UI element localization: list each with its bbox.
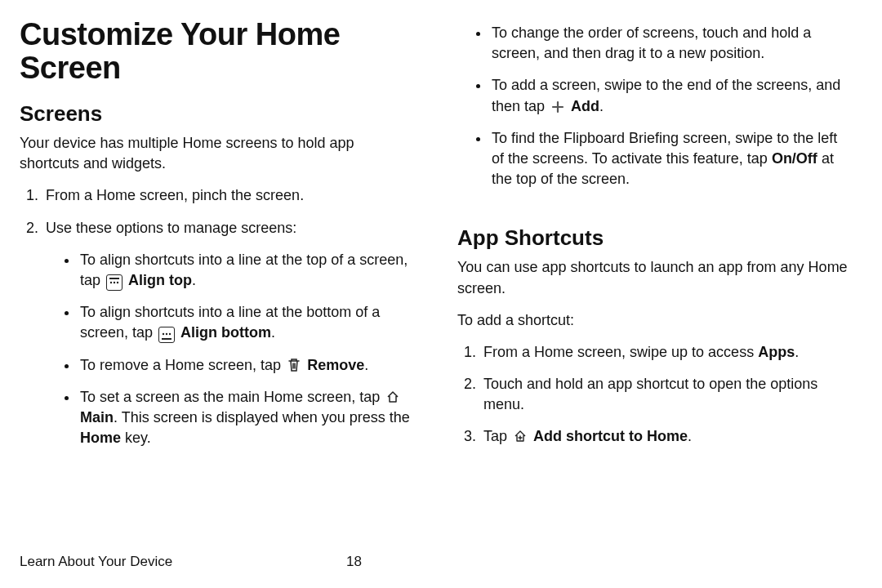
section-heading-app-shortcuts: App Shortcuts	[457, 225, 849, 251]
trash-icon	[286, 357, 302, 373]
bullet-main: To set a screen as the main Home screen,…	[78, 387, 412, 449]
svg-point-3	[117, 282, 118, 283]
page-title: Customize Your Home Screen	[20, 18, 412, 85]
align-bottom-icon	[158, 327, 175, 343]
screens-continuation: To change the order of screens, touch an…	[457, 23, 849, 189]
svg-point-6	[169, 333, 171, 335]
bullet-align-bottom: To align shortcuts into a line at the bo…	[78, 302, 412, 343]
bullet-reorder: To change the order of screens, touch an…	[490, 23, 849, 64]
bullet-add-screen: To add a screen, swipe to the end of the…	[490, 75, 849, 116]
shortcut-step-3: Tap Add shortcut to Home.	[480, 426, 849, 447]
app-shortcuts-intro: You can use app shortcuts to launch an a…	[457, 257, 849, 298]
svg-point-5	[166, 333, 167, 335]
screens-intro: Your device has multiple Home screens to…	[20, 133, 412, 174]
footer-section-label: Learn About Your Device	[20, 554, 346, 570]
bullet-align-top: To align shortcuts into a line at the to…	[78, 250, 412, 291]
section-heading-screens: Screens	[20, 101, 412, 127]
svg-point-4	[163, 333, 164, 335]
footer-page-number: 18	[346, 554, 362, 570]
screens-steps: From a Home screen, pinch the screen. Us…	[20, 185, 412, 448]
svg-point-1	[110, 282, 112, 283]
plus-icon	[550, 99, 566, 115]
svg-point-2	[114, 282, 115, 283]
align-top-icon	[106, 274, 122, 291]
bullet-flipboard: To find the Flipboard Briefing screen, s…	[490, 128, 849, 190]
svg-rect-7	[162, 338, 172, 340]
shortcut-step-1: From a Home screen, swipe up to access A…	[480, 342, 849, 363]
page-footer: Learn About Your Device 18	[20, 554, 428, 570]
bullet-remove: To remove a Home screen, tap Remove.	[78, 355, 412, 376]
add-home-icon	[512, 428, 528, 444]
shortcut-step-2: Touch and hold an app shortcut to open t…	[480, 374, 849, 415]
app-shortcuts-steps: From a Home screen, swipe up to access A…	[457, 342, 849, 448]
home-icon	[385, 389, 401, 405]
step-options: Use these options to manage screens: To …	[42, 218, 412, 449]
app-shortcuts-lead: To add a shortcut:	[457, 310, 849, 331]
svg-rect-0	[109, 278, 119, 279]
step-pinch: From a Home screen, pinch the screen.	[42, 185, 412, 206]
